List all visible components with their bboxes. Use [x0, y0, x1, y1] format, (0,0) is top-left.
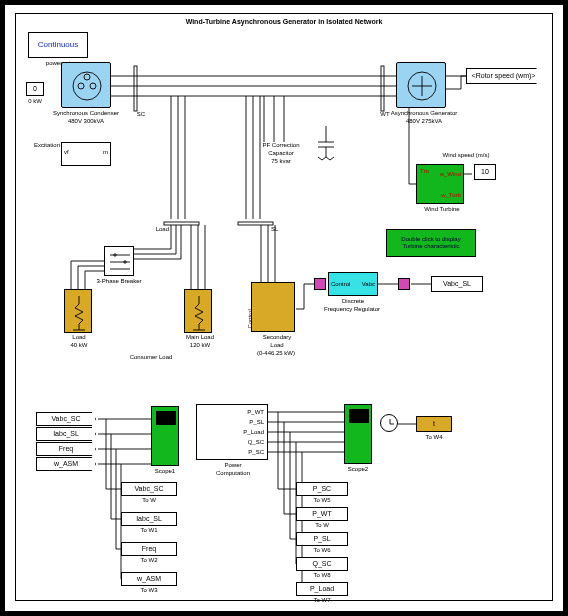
svg-rect-4 [381, 66, 384, 111]
sync-cond-label: Synchronous Condenser [46, 110, 126, 117]
diagram-title: Wind-Turbine Asynchronous Generator in I… [16, 18, 552, 26]
svg-rect-18 [164, 222, 199, 225]
tow-l-0-lbl: To W [121, 497, 177, 504]
tow-r-3[interactable]: Q_SC [296, 557, 348, 571]
sec-load-l1: Secondary [246, 334, 308, 341]
rotor-speed-tag[interactable]: <Rotor speed (wm)> [466, 68, 540, 84]
async-gen-rating: 480V 275kVA [376, 118, 472, 125]
pow-comp-l1: Power [198, 462, 268, 469]
breaker-label: 3-Phase Breaker [88, 278, 150, 285]
tow-l-3-lbl: To W3 [121, 587, 177, 594]
turbine-char-annotation[interactable]: Double click to displayTurbine character… [386, 229, 476, 257]
svg-point-31 [73, 72, 101, 100]
svg-point-35 [408, 72, 436, 100]
pf-cap-l1: PF Correction [251, 142, 311, 149]
from-freq[interactable]: Freq [36, 442, 96, 456]
wind-turbine-label: Wind Turbine [416, 206, 468, 213]
bus-load-label: Load [141, 226, 169, 233]
consumer-load-label: Consumer Load [111, 354, 191, 361]
scope1-label: Scope1 [142, 468, 188, 475]
bus-sc-label: SC [130, 111, 152, 118]
to-ws-t[interactable]: t [416, 416, 452, 432]
tow-r-1-lbl: To W [296, 522, 348, 529]
wind-speed-const[interactable]: 10 [474, 164, 496, 180]
secondary-load-block[interactable]: Control [251, 282, 295, 332]
scope2-label: Scope2 [335, 466, 381, 473]
clock-block[interactable] [380, 414, 398, 432]
svg-point-41 [114, 254, 116, 256]
load-40kw-block[interactable] [64, 289, 92, 333]
tow-r-1[interactable]: P_WT [296, 507, 348, 521]
excitation-block[interactable]: vf m [61, 142, 111, 166]
from-vabc-sc[interactable]: Vabc_SC [36, 412, 96, 426]
wind-speed-label: Wind speed (m/s) [426, 152, 506, 159]
pf-cap-l2: Capacitor [251, 150, 311, 157]
scope2-block[interactable] [344, 404, 372, 464]
power-computation-block[interactable]: P_WT P_SL P_Load Q_SC P_SC [196, 404, 268, 460]
svg-point-33 [90, 83, 96, 89]
sec-load-l2: Load [246, 342, 308, 349]
tow-r-2-lbl: To W6 [296, 547, 348, 554]
excitation-label: Excitation [34, 142, 60, 149]
pll-left-icon[interactable] [314, 278, 326, 290]
svg-point-32 [78, 83, 84, 89]
freq-reg-l1: Discrete [326, 298, 380, 305]
svg-rect-19 [238, 222, 273, 225]
tow-r-4-lbl: To W7 [296, 597, 348, 604]
powergui-block[interactable]: Continuous [28, 32, 88, 58]
main-load-l2: 120 kW [174, 342, 226, 349]
pf-cap-l3: 75 kvar [251, 158, 311, 165]
async-generator-block[interactable] [396, 62, 446, 108]
freq-regulator-block[interactable]: Control Vabc [328, 272, 378, 296]
svg-rect-3 [134, 66, 137, 111]
pll-right-icon[interactable] [398, 278, 410, 290]
main-load-block[interactable] [184, 289, 212, 333]
freq-reg-l2: Frequency Regulator [312, 306, 392, 313]
to-w4-label: To W4 [414, 434, 454, 441]
load-40kw-l1: Load [56, 334, 102, 341]
tow-r-3-lbl: To W8 [296, 572, 348, 579]
vabc-sl-tag[interactable]: Vabc_SL [431, 276, 483, 292]
async-gen-label: Asynchronous Generator [376, 110, 472, 117]
load-40kw-l2: 40 kW [56, 342, 102, 349]
pow-comp-l2: Computation [198, 470, 268, 477]
tow-l-1[interactable]: Iabc_SL [121, 512, 177, 526]
from-wasm[interactable]: w_ASM [36, 457, 96, 471]
tow-r-0-lbl: To W5 [296, 497, 348, 504]
from-iabc-sl[interactable]: Iabc_SL [36, 427, 96, 441]
wind-turbine-block[interactable]: Tm w_Wind w_Turb [416, 164, 464, 204]
tow-l-1-lbl: To W1 [121, 527, 177, 534]
tow-r-4[interactable]: P_Load [296, 582, 348, 596]
sync-cond-rating: 480V 300kVA [46, 118, 126, 125]
tow-l-3[interactable]: w_ASM [121, 572, 177, 586]
tow-r-0[interactable]: P_SC [296, 482, 348, 496]
main-load-l1: Main Load [174, 334, 226, 341]
sec-load-l3: (0-446.25 kW) [240, 350, 312, 357]
synchronous-condenser-block[interactable] [61, 62, 111, 108]
scope1-block[interactable] [151, 406, 179, 466]
bus-sl-label: SL [271, 226, 291, 233]
const-0kw[interactable]: 0 [26, 82, 44, 96]
tow-l-0[interactable]: Vabc_SC [121, 482, 177, 496]
const-0kw-label: 0 kW [20, 98, 50, 105]
three-phase-breaker-block[interactable] [104, 246, 134, 276]
svg-point-34 [84, 74, 90, 80]
svg-point-42 [124, 261, 126, 263]
tow-r-2[interactable]: P_SL [296, 532, 348, 546]
tow-l-2-lbl: To W2 [121, 557, 177, 564]
tow-l-2[interactable]: Freq [121, 542, 177, 556]
